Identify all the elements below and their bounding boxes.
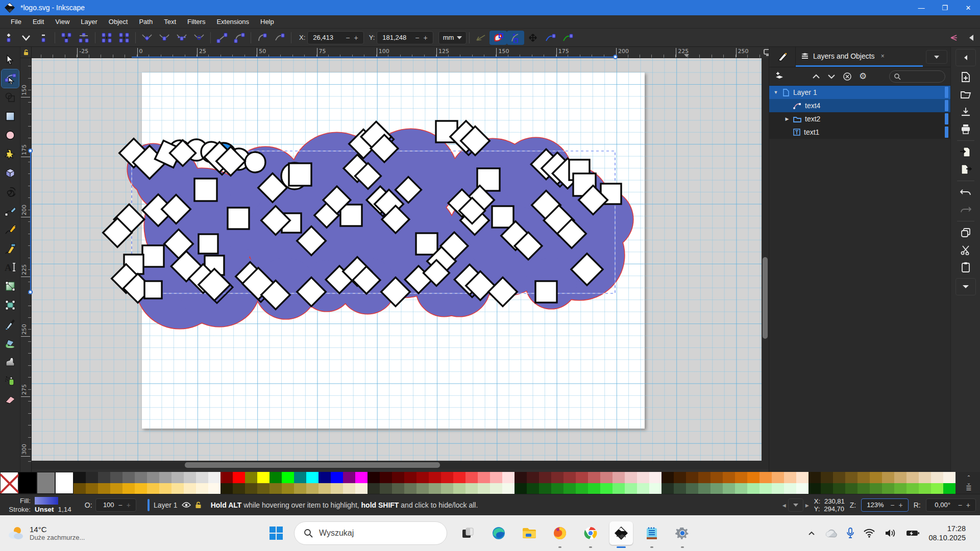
horizontal-scrollbar[interactable] — [32, 461, 762, 469]
swatch-#c8930b[interactable] — [110, 483, 122, 494]
swatch-#dfa3a3[interactable] — [612, 472, 625, 483]
swatch-#e2d49d[interactable] — [331, 483, 343, 494]
swatch-#3e7320[interactable] — [857, 483, 870, 494]
swatch-#dcdcdc[interactable] — [196, 472, 208, 483]
panel-menu-chevron-icon[interactable] — [926, 50, 947, 64]
swatch-#1f0000[interactable] — [368, 472, 380, 483]
swatch-#008080[interactable] — [294, 472, 306, 483]
paste-icon[interactable] — [955, 259, 976, 276]
export-document-icon[interactable] — [955, 161, 976, 178]
swatch-#8fa279[interactable] — [429, 483, 441, 494]
new-document-icon[interactable] — [955, 68, 976, 86]
swatch-#9ef89e[interactable] — [625, 483, 637, 494]
swatch-#125f12[interactable] — [539, 483, 551, 494]
weather-widget[interactable]: 14°CDuże zachmurze... — [0, 525, 153, 541]
auto-smooth-node-icon[interactable] — [190, 31, 208, 45]
expander-icon[interactable]: ▶ — [785, 116, 790, 121]
menu-file[interactable]: File — [5, 15, 27, 28]
swatch-#f2fef2[interactable] — [796, 483, 808, 494]
tray-volume-icon[interactable] — [885, 529, 897, 538]
taskbar-clock[interactable]: 17:28 08.10.2025 — [928, 524, 973, 542]
swatch-#fcb1b1[interactable] — [490, 472, 502, 483]
swatch-#787878[interactable] — [135, 472, 147, 483]
rotation-spinbox[interactable]: 0,00°−+ — [926, 498, 976, 512]
snap-controls-arrow-icon[interactable] — [945, 31, 963, 45]
swatch-#ff0000[interactable] — [233, 472, 245, 483]
object-to-path-icon[interactable] — [254, 31, 271, 45]
horizontal-scroll-thumb[interactable] — [185, 462, 440, 468]
smooth-node-icon[interactable] — [156, 31, 173, 45]
swatch-#3f1f03[interactable] — [674, 472, 686, 483]
open-document-icon[interactable] — [955, 86, 976, 103]
tab-close-icon[interactable]: × — [881, 53, 885, 60]
curve-segment-icon[interactable] — [231, 31, 248, 45]
palette-prev-icon[interactable]: ◂ — [782, 501, 786, 509]
tray-microphone-icon[interactable] — [847, 528, 854, 539]
remove-layer-icon[interactable] — [843, 72, 852, 81]
taskbar-app-notepad[interactable] — [640, 521, 664, 545]
ellipse-tool[interactable] — [2, 126, 19, 144]
swatch-#d31414[interactable] — [441, 472, 453, 483]
mesh-tool[interactable] — [2, 296, 19, 314]
swatch-#c6fbc6[interactable] — [637, 483, 649, 494]
menu-text[interactable]: Text — [158, 15, 182, 28]
swatch-#cb6a08[interactable] — [735, 472, 747, 483]
save-document-icon[interactable] — [955, 103, 976, 120]
pen-tool[interactable] — [2, 202, 19, 220]
swatch-#98861a[interactable] — [282, 483, 294, 494]
insert-node-icon[interactable] — [0, 31, 17, 45]
swatch-#725719[interactable] — [845, 472, 857, 483]
swatch-#00ffff[interactable] — [306, 472, 318, 483]
chevron-down-icon[interactable] — [955, 278, 976, 295]
swatch-#00c317[interactable] — [943, 483, 955, 494]
panel-arrow-icon[interactable] — [955, 49, 976, 66]
swatch-#d4c27a[interactable] — [318, 483, 331, 494]
restore-button[interactable]: ❐ — [933, 0, 957, 15]
swatch-#bef7be[interactable] — [760, 483, 772, 494]
symmetric-node-icon[interactable] — [173, 31, 190, 45]
swatch-#3ef03e[interactable] — [600, 483, 612, 494]
swatch-#b7d09b[interactable] — [453, 483, 465, 494]
swatch-#1a340e[interactable] — [821, 483, 833, 494]
swatch-#6b4e05[interactable] — [74, 483, 86, 494]
taskbar-app-edge[interactable] — [487, 521, 510, 545]
swatch-#800000[interactable] — [220, 472, 233, 483]
rectangle-tool[interactable] — [2, 107, 19, 126]
corner-node-icon[interactable] — [138, 31, 156, 45]
delete-segment-icon[interactable] — [115, 31, 133, 45]
close-button[interactable]: ✕ — [957, 0, 980, 15]
print-document-icon[interactable] — [955, 120, 976, 138]
swatch-#3e2f0d[interactable] — [821, 472, 833, 483]
layer-lock-icon[interactable] — [195, 502, 202, 509]
swatch-#782929[interactable] — [551, 472, 564, 483]
move-layer-up-icon[interactable] — [812, 74, 820, 79]
minimize-button[interactable]: — — [910, 0, 933, 15]
layers-settings-gear-icon[interactable]: ⚙ — [859, 71, 867, 82]
swatch-#f0f0f0[interactable] — [208, 472, 220, 483]
show-mask-icon[interactable] — [507, 31, 524, 45]
ruler-corner[interactable] — [20, 47, 32, 58]
swatch-#008000[interactable] — [270, 472, 282, 483]
swatch-#fbeded[interactable] — [649, 472, 662, 483]
zoom-spinbox[interactable]: 123%−+ — [861, 498, 908, 512]
swatch-#e7aa0d[interactable] — [122, 483, 135, 494]
swatch-#fef4da[interactable] — [196, 483, 208, 494]
swatch-#21b621[interactable] — [576, 483, 588, 494]
swatch-#0000ff[interactable] — [331, 472, 343, 483]
swatch-#584313[interactable] — [833, 472, 845, 483]
layer-visibility-eye-icon[interactable] — [182, 502, 191, 508]
swatch-#807116[interactable] — [270, 483, 282, 494]
swatch-#0d420d[interactable] — [527, 483, 539, 494]
swatch-#c9deb0[interactable] — [465, 483, 478, 494]
tray-wifi-icon[interactable] — [863, 529, 875, 538]
swatch-#6ef46e[interactable] — [612, 483, 625, 494]
menu-view[interactable]: View — [50, 15, 75, 28]
taskbar-app-task-view[interactable] — [456, 521, 480, 545]
cut-icon[interactable] — [955, 241, 976, 259]
swatch-#808000[interactable] — [245, 472, 257, 483]
swatch-#3c3c3c[interactable] — [98, 472, 110, 483]
swatch-#f02323[interactable] — [453, 472, 465, 483]
layers-search-input[interactable] — [889, 70, 945, 83]
swatch-#5b0101[interactable] — [392, 472, 404, 483]
swatch-#f5923a[interactable] — [760, 472, 772, 483]
